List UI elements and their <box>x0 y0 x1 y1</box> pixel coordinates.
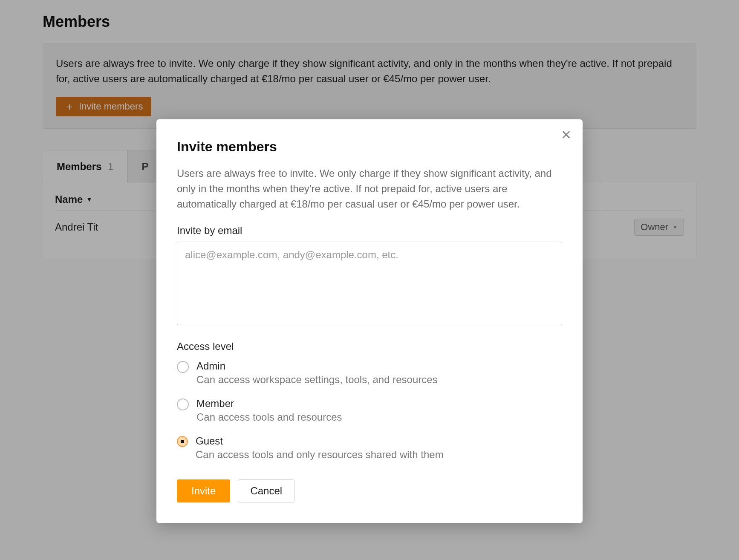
radio-guest[interactable]: Guest Can access tools and only resource… <box>177 435 562 461</box>
close-icon: ✕ <box>561 128 572 142</box>
invite-email-input[interactable] <box>177 242 562 325</box>
radio-admin-label: Admin <box>196 360 438 372</box>
radio-guest-desc: Can access tools and only resources shar… <box>196 449 444 461</box>
invite-by-email-label: Invite by email <box>177 225 562 237</box>
radio-indicator <box>177 436 188 447</box>
radio-member[interactable]: Member Can access tools and resources <box>177 398 562 423</box>
access-level-radio-group: Admin Can access workspace settings, too… <box>177 360 562 461</box>
radio-admin-desc: Can access workspace settings, tools, an… <box>196 374 438 386</box>
invite-members-modal: ✕ Invite members Users are always free t… <box>156 119 583 523</box>
cancel-button[interactable]: Cancel <box>238 479 294 502</box>
radio-member-label: Member <box>196 398 342 410</box>
invite-button[interactable]: Invite <box>177 479 230 502</box>
modal-overlay[interactable]: ✕ Invite members Users are always free t… <box>0 0 739 560</box>
close-button[interactable]: ✕ <box>561 129 572 141</box>
radio-admin[interactable]: Admin Can access workspace settings, too… <box>177 360 562 386</box>
radio-guest-label: Guest <box>196 435 444 447</box>
modal-title: Invite members <box>177 139 562 155</box>
radio-indicator <box>177 361 189 373</box>
radio-indicator <box>177 398 189 410</box>
radio-member-desc: Can access tools and resources <box>196 411 342 423</box>
access-level-label: Access level <box>177 341 562 352</box>
modal-description: Users are always free to invite. We only… <box>177 166 562 212</box>
